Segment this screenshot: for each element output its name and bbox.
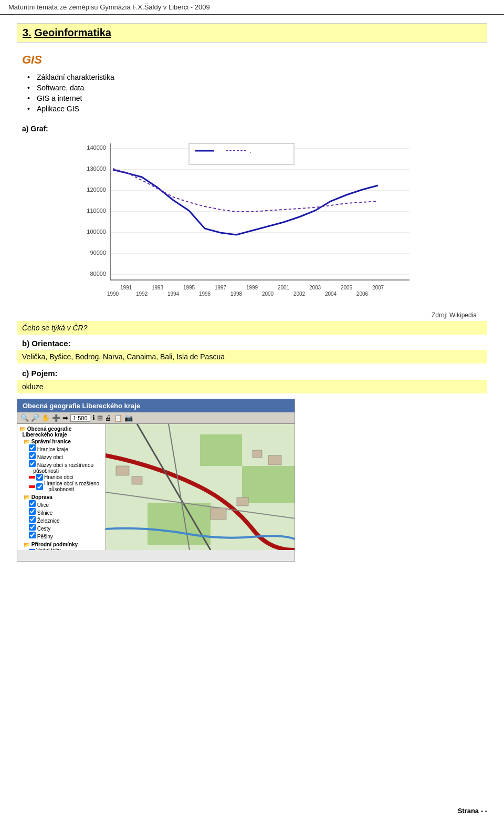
toolbar-plus-icon[interactable]: ➕: [52, 414, 60, 422]
svg-text:1994: 1994: [167, 291, 180, 297]
svg-text:2007: 2007: [372, 285, 384, 290]
svg-rect-47: [211, 508, 226, 520]
layer-group-spravni: 📂 Správní hranice Hranice kraje Názvy ob…: [24, 439, 103, 550]
toolbar-scale: 1:500: [70, 414, 90, 422]
gis-main-area: 📂 Obecná geografie Libereckého kraje 📂 S…: [17, 424, 295, 550]
footer-text: Strana -: [458, 807, 483, 815]
layer-item: Hranice kraje: [29, 444, 103, 452]
gis-heading: GIS: [22, 53, 487, 67]
layer-priroda-items: Vodní toky Vodní plochy Vrstvovice: [29, 547, 103, 550]
toolbar-camera-icon[interactable]: 📷: [124, 414, 133, 422]
svg-rect-41: [148, 503, 211, 545]
map-svg: [106, 424, 295, 550]
svg-text:1990: 1990: [107, 291, 119, 297]
section-heading: 3. Geoinformatika: [17, 23, 487, 43]
svg-text:1991: 1991: [120, 285, 132, 290]
section-title: Geoinformatika: [34, 27, 111, 38]
svg-text:2002: 2002: [293, 291, 306, 297]
list-item: Základní charakteristika: [27, 72, 487, 82]
toolbar-print-icon[interactable]: 🖨: [105, 414, 112, 422]
svg-text:1997: 1997: [215, 285, 227, 290]
pojem-answer: okluze: [17, 380, 487, 393]
toolbar-table-icon[interactable]: 📋: [114, 414, 122, 422]
layer-items: Hranice kraje Názvy obcí Názvy obcí s ro…: [29, 444, 103, 492]
toolbar-grid-icon[interactable]: ⊞: [97, 414, 103, 422]
svg-rect-48: [237, 497, 248, 506]
page-header: Maturitní témata ze zeměpisu Gymnázia F.…: [0, 0, 504, 15]
layer-doprava-title: 📂 Doprava: [24, 494, 103, 500]
svg-rect-45: [116, 466, 129, 475]
gis-toolbar: 🔍 🔎 ✋ ➕ ➡ 1:500 ℹ ⊞ 🖨 📋 📷: [17, 412, 295, 424]
layer-item: Pěšiny: [29, 532, 103, 539]
svg-text:2006: 2006: [356, 291, 369, 297]
layer-item: Názvy obcí s rozšířenou působností: [29, 460, 103, 474]
page-footer: Strana - -: [458, 807, 487, 815]
svg-text:1993: 1993: [152, 285, 164, 290]
chart-svg: 140000 130000 120000 110000 100000 90000…: [84, 138, 420, 301]
svg-text:.: .: [250, 149, 251, 154]
svg-text:1998: 1998: [230, 291, 243, 297]
layer-item: Cesty: [29, 524, 103, 532]
layer-spravni-title: 📂 Správní hranice: [24, 439, 103, 444]
toolbar-arrow-icon[interactable]: ➡: [62, 414, 68, 422]
layer-item: Silnice: [29, 508, 103, 516]
bullet-list: Základní charakteristika Software, data …: [27, 72, 487, 114]
svg-text:90000: 90000: [90, 250, 106, 256]
layer-item: Železnice: [29, 516, 103, 524]
svg-rect-46: [132, 476, 142, 484]
toolbar-info-icon[interactable]: ℹ: [92, 414, 95, 422]
svg-text:1996: 1996: [199, 291, 211, 297]
gis-screenshot: Obecná geografie Libereckého kraje 🔍 🔎 ✋…: [17, 399, 295, 562]
orientace-answer: Velička, Byšice, Bodrog, Narva, Canaima,…: [17, 350, 487, 364]
layer-item: Názvy obcí: [29, 452, 103, 460]
svg-text:2000: 2000: [262, 291, 274, 297]
svg-text:2005: 2005: [341, 285, 353, 290]
svg-text:2004: 2004: [325, 291, 337, 297]
svg-text:110000: 110000: [87, 207, 106, 214]
svg-rect-50: [268, 455, 281, 465]
svg-rect-40: [242, 466, 295, 503]
source-label: Zdroj: Wikipedia: [17, 312, 487, 319]
svg-text:120000: 120000: [87, 186, 106, 193]
toolbar-search-icon[interactable]: 🔍: [20, 414, 29, 422]
main-content: 3. Geoinformatika GIS Základní charakter…: [0, 15, 504, 604]
layer-doprava-items: Ulice Silnice Železnice Cesty Pěšiny: [29, 500, 103, 539]
svg-text:2003: 2003: [309, 285, 321, 290]
toolbar-hand-icon[interactable]: ✋: [41, 414, 50, 422]
layer-panel-title: 📂 Obecná geografie Libereckého kraje: [19, 426, 103, 438]
svg-text:100000: 100000: [87, 229, 106, 235]
list-item: Aplikace GIS: [27, 103, 487, 114]
list-item: Software, data: [27, 82, 487, 93]
svg-text:130000: 130000: [87, 165, 106, 172]
svg-rect-34: [189, 143, 294, 164]
gis-map-area: [106, 424, 295, 550]
svg-text:80000: 80000: [90, 271, 106, 277]
layer-item: Ulice: [29, 500, 103, 508]
gis-app-title: Obecná geografie Libereckého kraje: [23, 402, 140, 410]
svg-text:1995: 1995: [183, 285, 195, 290]
layer-item: Vodní toky: [29, 547, 103, 550]
list-item: GIS a internet: [27, 93, 487, 103]
svg-text:1992: 1992: [136, 291, 148, 297]
svg-text:140000: 140000: [87, 144, 106, 151]
chart-container: 140000 130000 120000 110000 100000 90000…: [84, 138, 420, 306]
section-number: 3.: [23, 27, 32, 38]
graf-label: a) Graf:: [22, 124, 487, 133]
gis-app-header: Obecná geografie Libereckého kraje: [17, 399, 295, 412]
header-title: Maturitní témata ze zeměpisu Gymnázia F.…: [8, 3, 210, 11]
orientace-heading: b) Orientace:: [22, 339, 487, 348]
svg-rect-49: [253, 450, 262, 458]
pojem-heading: c) Pojem:: [22, 369, 487, 378]
svg-text:2001: 2001: [278, 285, 290, 290]
toolbar-zoom-icon[interactable]: 🔎: [31, 414, 39, 422]
ceho-label: Čeho se týká v ČR?: [22, 324, 88, 332]
layer-priroda-title: 📂 Přírodní podmínky: [24, 542, 103, 547]
svg-rect-39: [200, 434, 242, 466]
gis-layer-panel: 📂 Obecná geografie Libereckého kraje 📂 S…: [17, 424, 106, 550]
layer-item: Hranice obcí s rozšíeno působností: [29, 481, 103, 492]
ceho-row: Čeho se týká v ČR?: [17, 321, 487, 335]
svg-text:1999: 1999: [246, 285, 258, 290]
layer-item: Hranice obcí: [29, 474, 103, 481]
